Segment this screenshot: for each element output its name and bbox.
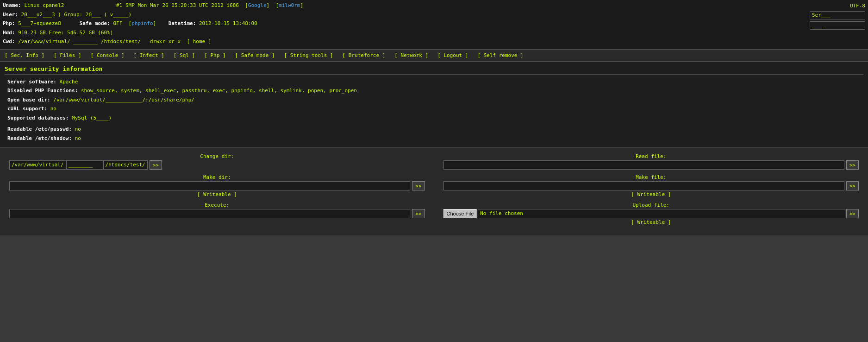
home-link[interactable]: home <box>193 38 206 44</box>
server-input-1[interactable] <box>810 11 865 19</box>
phpinfo-link[interactable]: phpinfo <box>131 20 153 26</box>
nav-files[interactable]: [ Files ] <box>49 51 86 59</box>
nav-string-tools[interactable]: [ String tools ] <box>280 51 338 59</box>
nav-sec-info[interactable]: [ Sec. Info ] <box>0 51 49 59</box>
google-link[interactable]: Google <box>248 2 267 8</box>
make-file-writeable: [ Writeable ] <box>443 191 859 197</box>
php-label: Php: <box>3 20 15 26</box>
cwd-label: Cwd: <box>3 38 15 44</box>
make-file-label: Make file: <box>443 174 859 180</box>
cwd-val: /var/www/virtual/ <box>18 38 70 44</box>
upload-file-label: Upload file: <box>443 202 859 208</box>
nav-bar: [ Sec. Info ] [ Files ] [ Console ] [ In… <box>0 49 868 62</box>
uname-extra: #1 SMP Mon Mar 26 05:20:33 UTC 2012 i686 <box>116 2 239 8</box>
milw0rm-link[interactable]: milw0rm <box>279 2 300 8</box>
server-info-section: Server security information Server softw… <box>0 62 868 148</box>
make-dir-btn[interactable]: >> <box>412 181 425 190</box>
nav-sql[interactable]: [ Sql ] <box>169 51 200 59</box>
upload-writeable: [ Writeable ] <box>443 219 859 225</box>
openbase-label: Open base dir: <box>7 97 50 103</box>
execute-label: Execute: <box>9 202 425 208</box>
execute-section: Execute: >> <box>9 202 425 218</box>
change-dir-suffix: /htdocs/test/ <box>103 160 148 170</box>
upload-file-section: Upload file: Choose File No file chosen … <box>443 202 859 225</box>
safe-mode-val: OFF <box>113 20 122 26</box>
nav-bruteforce[interactable]: [ Bruteforce ] <box>338 51 390 59</box>
read-file-input[interactable] <box>443 160 844 170</box>
disabled-label: Disabled PHP Functions: <box>7 88 78 94</box>
software-label: Server software: <box>7 79 56 85</box>
passwd-val: no <box>75 126 81 132</box>
upload-file-row: Choose File No file chosen >> <box>443 209 859 218</box>
read-file-label: Read file: <box>443 153 859 159</box>
section-title: Server security information <box>5 65 863 75</box>
bottom-filler <box>0 235 868 342</box>
server-info-grid: Server software: Apache Disabled PHP Fun… <box>7 78 863 143</box>
user-val: 20___u2___3 ) Group: 20___ ( v_____) <box>21 12 131 18</box>
cwd-path-link[interactable]: /htdocs/test/ <box>101 38 141 44</box>
execute-input[interactable] <box>9 209 410 218</box>
cwd-perm: drwxr-xr-x <box>150 38 181 44</box>
execute-row: >> <box>9 209 425 218</box>
openbase-val: /var/www/virtual/____________/:/usr/shar… <box>53 97 194 103</box>
shadow-label: Readable /etc/shadow: <box>7 135 72 141</box>
file-chosen-text: No file chosen <box>478 209 845 218</box>
db-val: MySql (5____) <box>72 115 112 121</box>
change-dir-label: Change dir: <box>9 153 425 159</box>
curl-val: no <box>50 106 56 112</box>
software-val: Apache <box>60 79 78 85</box>
make-dir-row: >> <box>9 181 425 190</box>
safe-mode-label: Safe mode: <box>80 20 110 26</box>
make-file-row: >> <box>443 181 859 190</box>
make-dir-label: Make dir: <box>9 174 425 180</box>
choose-file-btn[interactable]: Choose File <box>443 209 477 218</box>
shadow-val: no <box>75 135 81 141</box>
uname-label: Uname: <box>3 2 21 8</box>
make-dir-input[interactable] <box>9 181 410 190</box>
make-file-section: Make file: >> [ Writeable ] <box>443 174 859 197</box>
execute-btn[interactable]: >> <box>412 209 425 218</box>
top-bar: Uname: Linux cpanel2 #1 SMP Mon Mar 26 0… <box>0 0 868 49</box>
read-file-btn[interactable]: >> <box>846 160 859 170</box>
curl-label: cURL support: <box>7 106 47 112</box>
right-forms: Read file: >> Make file: >> [ Writeable … <box>443 153 859 230</box>
uname-val: Linux cpanel2 <box>24 2 64 8</box>
nav-logout[interactable]: [ Logout ] <box>433 51 473 59</box>
datetime-label: Datetime: <box>169 20 196 26</box>
php-val: 5___7+squeeze8 <box>18 20 61 26</box>
nav-php[interactable]: [ Php ] <box>200 51 230 59</box>
make-file-btn[interactable]: >> <box>846 181 859 190</box>
change-dir-section: Change dir: /var/www/virtual/ ________ /… <box>9 153 425 170</box>
forms-panel: Change dir: /var/www/virtual/ ________ /… <box>0 147 868 235</box>
nav-safe-mode[interactable]: [ Safe mode ] <box>231 51 280 59</box>
hdd-label: Hdd: <box>3 30 15 36</box>
db-label: Supported databases: <box>7 115 69 121</box>
nav-network[interactable]: [ Network ] <box>390 51 433 59</box>
passwd-label: Readable /etc/passwd: <box>7 126 72 132</box>
change-dir-redacted: ________ <box>66 160 103 170</box>
nav-self-remove[interactable]: [ Self remove ] <box>473 51 528 59</box>
hdd-val: 910.23 GB Free: 546.52 GB (60%) <box>18 30 113 36</box>
datetime-val: 2012-10-15 13:48:00 <box>199 20 257 26</box>
nav-console[interactable]: [ Console ] <box>86 51 129 59</box>
change-dir-btn[interactable]: >> <box>150 160 162 170</box>
top-bar-info: Uname: Linux cpanel2 #1 SMP Mon Mar 26 0… <box>3 2 810 47</box>
top-bar-right: UTF-8 <box>810 2 865 31</box>
nav-infect[interactable]: [ Infect ] <box>129 51 169 59</box>
server-input-2[interactable] <box>810 21 865 30</box>
user-label: User: <box>3 12 18 18</box>
make-file-input[interactable] <box>443 181 844 190</box>
make-dir-writeable: [ Writeable ] <box>9 191 425 197</box>
change-dir-row: /var/www/virtual/ ________ /htdocs/test/… <box>9 160 425 170</box>
change-dir-path-row: /var/www/virtual/ ________ /htdocs/test/ <box>9 160 148 170</box>
make-dir-section: Make dir: >> [ Writeable ] <box>9 174 425 197</box>
change-dir-prefix: /var/www/virtual/ <box>9 160 66 170</box>
left-forms: Change dir: /var/www/virtual/ ________ /… <box>9 153 425 230</box>
cwd-redacted: ________ <box>73 38 98 44</box>
utf-label: UTF-8 <box>850 2 865 10</box>
disabled-val: show_source, system, shell_exec, passthr… <box>81 88 357 94</box>
read-file-section: Read file: >> <box>443 153 859 170</box>
upload-btn[interactable]: >> <box>846 209 859 218</box>
read-file-row: >> <box>443 160 859 170</box>
